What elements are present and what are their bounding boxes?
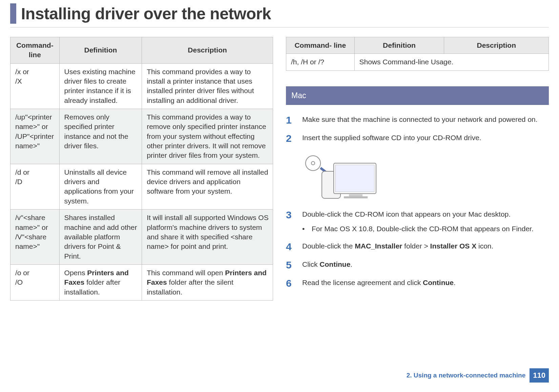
cmd-line-a: /up"<printer name>" or [15, 112, 55, 132]
def-cell: Removes only specified printer instance … [59, 109, 142, 164]
svg-rect-7 [344, 196, 368, 198]
cmd-line-a: /o or [15, 268, 55, 278]
def-cell: Uses existing machine driver files to cr… [59, 63, 142, 109]
step-body: Double-click the CD-ROM icon that appear… [302, 209, 549, 234]
table1-header-def: Definition [59, 37, 142, 64]
table1-header-desc: Description [142, 37, 273, 64]
page-title: Installing driver over the network [21, 4, 271, 23]
cmd-cell: /up"<printer name>" or /UP"<printer name… [11, 109, 60, 164]
table-row: /o or /O Opens Printers and Faxes folder… [11, 264, 273, 300]
step-2: 2 Insert the supplied software CD into y… [286, 133, 549, 144]
table-row: /up"<printer name>" or /UP"<printer name… [11, 109, 273, 164]
step-sub-bullet: • For Mac OS X 10.8, Double-click the CD… [302, 224, 549, 234]
desc-cell: This command will remove all installed d… [142, 164, 273, 209]
step-text: Click Continue. [302, 259, 549, 269]
page-number-badge: 110 [530, 368, 549, 383]
step-number: 3 [286, 209, 302, 220]
table2-header-desc: Description [444, 37, 549, 54]
cmd-cell: /h, /H or /? [286, 54, 355, 70]
desc-cell: This command will open Printers and Faxe… [142, 264, 273, 300]
header-accent-bar [10, 3, 16, 24]
svg-rect-6 [349, 194, 363, 196]
step-number: 1 [286, 114, 302, 125]
step-4: 4 Double-click the MAC_Installer folder … [286, 241, 549, 252]
def-cell: Uninstalls all device drivers and applic… [59, 164, 142, 209]
section-heading-mac: Mac [286, 86, 549, 105]
step-bold: MAC_Installer [355, 242, 402, 250]
step-number: 6 [286, 278, 302, 288]
page-header: Installing driver over the network [10, 0, 549, 26]
cmd-line-a: /x or [15, 67, 55, 77]
desc-cell: This command provides a way to install a… [142, 63, 273, 109]
step-1: 1 Make sure that the machine is connecte… [286, 114, 549, 125]
step-bold: Continue [423, 279, 454, 286]
table1-header-cmd: Command- line [11, 37, 60, 64]
step-bold: Continue [319, 260, 350, 268]
step-5: 5 Click Continue. [286, 259, 549, 270]
step-text-part: . [454, 279, 456, 286]
table-row: /v"<share name>" or /V"<share name>" Sha… [11, 210, 273, 265]
cmd-line-a: /v"<share name>" or [15, 213, 55, 232]
cmd-cell: /v"<share name>" or /V"<share name>" [11, 210, 60, 265]
step-text: Double-click the MAC_Installer folder > … [302, 241, 549, 251]
step-text: Double-click the CD-ROM icon that appear… [302, 209, 549, 219]
table2-header-cmd: Command- line [286, 37, 355, 54]
cmd-line-b: /O [15, 278, 55, 287]
cmd-cell: /o or /O [11, 264, 60, 300]
def-cell: Opens Printers and Faxes folder after in… [59, 264, 142, 300]
cmd-line-b: /X [15, 77, 55, 86]
step-text: Make sure that the machine is connected … [302, 114, 549, 124]
svg-point-0 [306, 156, 320, 171]
step-3: 3 Double-click the CD-ROM icon that appe… [286, 209, 549, 234]
step-text-part: Click [302, 260, 319, 268]
right-column: Command- line Definition Description /h,… [286, 37, 549, 301]
desc-cell: It will install all supported Windows OS… [142, 210, 273, 265]
def-cell: Shows Command-line Usage. [354, 54, 549, 70]
table-row: /h, /H or /? Shows Command-line Usage. [286, 54, 549, 70]
command-table-1: Command- line Definition Description /x … [10, 37, 273, 301]
bullet-dot-icon: • [302, 224, 312, 234]
table-row: /x or /X Uses existing machine driver fi… [11, 63, 273, 109]
table-row: /d or /D Uninstalls all device drivers a… [11, 164, 273, 209]
def-cell: Shares installed machine and add other a… [59, 210, 142, 265]
def-text: Opens [64, 269, 87, 277]
step-text-part: icon. [476, 242, 493, 250]
step-text: Read the license agreement and click Con… [302, 278, 549, 287]
step-text: Insert the supplied software CD into you… [302, 133, 549, 143]
command-table-2: Command- line Definition Description /h,… [286, 37, 549, 71]
step-number: 2 [286, 133, 302, 144]
step-number: 5 [286, 259, 302, 270]
step-number: 4 [286, 241, 302, 252]
step-text-part: Double-click the [302, 242, 355, 250]
step-text-part: folder > [402, 242, 430, 250]
content-columns: Command- line Definition Description /x … [10, 37, 549, 301]
cmd-line-b: /V"<share name>" [15, 232, 55, 252]
step-sub-text: For Mac OS X 10.8, Double-click the CD-R… [312, 224, 534, 234]
cmd-cell: /d or /D [11, 164, 60, 209]
left-column: Command- line Definition Description /x … [10, 37, 273, 301]
cmd-line-a: /d or [15, 168, 55, 177]
cmd-cell: /x or /X [11, 63, 60, 109]
header-divider [10, 27, 549, 27]
svg-point-1 [311, 161, 315, 165]
table2-header-def: Definition [354, 37, 444, 54]
step-text-part: . [350, 260, 352, 268]
cmd-line-b: /D [15, 177, 55, 187]
step-6: 6 Read the license agreement and click C… [286, 278, 549, 288]
cd-computer-illustration [302, 154, 379, 202]
cmd-line-b: /UP"<printer name>" [15, 132, 55, 151]
desc-cell: This command provides a way to remove on… [142, 109, 273, 164]
footer-chapter: 2. Using a network-connected machine [407, 372, 526, 379]
page-footer: 2. Using a network-connected machine 110 [407, 368, 549, 383]
desc-text: This command will open [147, 269, 225, 277]
svg-rect-5 [335, 165, 374, 192]
step-bold: Installer OS X [430, 242, 477, 250]
step-text-part: Read the license agreement and click [302, 279, 423, 286]
